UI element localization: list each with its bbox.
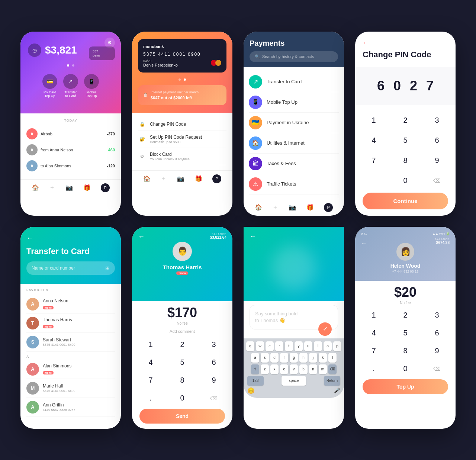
list-item[interactable]: ↗ Transfer to Card xyxy=(249,72,339,92)
key-0[interactable]: 0 xyxy=(171,391,193,406)
plus-icon[interactable]: ＋ xyxy=(272,203,278,211)
key-1[interactable]: 1 xyxy=(363,112,385,129)
key-e[interactable]: e xyxy=(266,341,274,351)
key-l[interactable]: l xyxy=(328,353,337,363)
user-icon[interactable]: P xyxy=(212,174,221,183)
key-k[interactable]: k xyxy=(319,353,327,363)
home-icon[interactable]: 🏠 xyxy=(255,204,262,211)
table-row[interactable]: A Airbnb -370 xyxy=(26,126,115,142)
list-item[interactable]: M Marie Hall 5375 4141 0001 6400 xyxy=(26,379,115,398)
key-shift[interactable]: ⇧ xyxy=(251,364,259,374)
plus-icon[interactable]: ＋ xyxy=(49,184,55,192)
list-item[interactable]: T Thomas Harris mono xyxy=(26,314,115,333)
key-9[interactable]: 9 xyxy=(426,344,448,358)
key-1[interactable]: 1 xyxy=(139,337,162,352)
key-a[interactable]: a xyxy=(251,353,259,363)
key-q[interactable]: q xyxy=(246,341,254,351)
key-3[interactable]: 3 xyxy=(426,308,448,323)
plus-icon[interactable]: ＋ xyxy=(161,175,167,183)
key-4[interactable]: 4 xyxy=(139,355,162,370)
key-delete[interactable]: ⌫ xyxy=(203,391,225,406)
key-x[interactable]: x xyxy=(270,364,279,374)
camera-icon[interactable]: 📷 xyxy=(65,184,73,191)
key-delete[interactable]: ⌫ xyxy=(426,173,448,189)
key-8[interactable]: 8 xyxy=(394,344,416,358)
key-dot[interactable]: . xyxy=(139,391,162,406)
gift-icon[interactable]: 🎁 xyxy=(83,184,91,191)
menu-item-setup-pin[interactable]: 🔐 Set Up PIN Code Request Don't ask up t… xyxy=(138,131,226,148)
key-9[interactable]: 9 xyxy=(203,373,225,388)
my-card-topup-button[interactable]: 💳 My CardTop Up xyxy=(42,74,57,99)
back-arrow-icon[interactable]: ← xyxy=(250,233,338,241)
key-2[interactable]: 2 xyxy=(171,337,193,352)
key-7[interactable]: 7 xyxy=(363,152,385,169)
key-w[interactable]: w xyxy=(256,341,264,351)
key-3[interactable]: 3 xyxy=(203,337,225,352)
user-icon[interactable]: P xyxy=(101,183,110,192)
key-b[interactable]: b xyxy=(299,364,308,374)
key-space[interactable]: space xyxy=(282,376,306,386)
key-u[interactable]: u xyxy=(304,341,312,351)
key-0[interactable]: 0 xyxy=(394,173,416,189)
key-o[interactable]: o xyxy=(324,341,332,351)
key-2[interactable]: 2 xyxy=(394,112,416,129)
key-v[interactable]: v xyxy=(290,364,298,374)
send-button[interactable]: Send xyxy=(139,409,225,424)
recipient-input[interactable]: Name or card number ⊞ xyxy=(26,261,115,275)
key-6[interactable]: 6 xyxy=(426,326,448,341)
key-g[interactable]: g xyxy=(290,353,298,363)
back-arrow-icon[interactable]: ← xyxy=(363,39,448,47)
table-row[interactable]: A from Anna Nelson 460 xyxy=(26,142,115,158)
key-m[interactable]: m xyxy=(319,364,327,374)
key-1[interactable]: 1 xyxy=(363,308,385,323)
topup-button[interactable]: Top Up xyxy=(363,379,448,394)
key-c[interactable]: c xyxy=(280,364,288,374)
key-n[interactable]: n xyxy=(309,364,317,374)
key-p[interactable]: p xyxy=(333,341,341,351)
search-bar[interactable]: 🔍 Search by history & contacts xyxy=(250,51,338,62)
list-item[interactable]: 📱 Mobile Top Up xyxy=(249,92,339,113)
home-icon[interactable]: 🏠 xyxy=(143,175,151,182)
key-d[interactable]: d xyxy=(270,353,279,363)
key-4[interactable]: 4 xyxy=(363,326,385,341)
user-icon[interactable]: P xyxy=(324,203,333,212)
list-item[interactable]: A Ann Griffin 4149 5567 3328 0287 xyxy=(26,398,115,417)
table-row[interactable]: A to Alan Simmons -120 xyxy=(26,158,115,174)
key-0[interactable]: 0 xyxy=(394,361,416,376)
gift-icon[interactable]: 🎁 xyxy=(306,204,314,211)
gift-icon[interactable]: 🎁 xyxy=(195,175,202,182)
key-5[interactable]: 5 xyxy=(394,132,416,149)
key-6[interactable]: 6 xyxy=(203,355,225,370)
key-123[interactable]: 123 xyxy=(247,376,264,386)
key-6[interactable]: 6 xyxy=(426,132,448,149)
list-item[interactable]: 🏠 Utilities & Internet xyxy=(249,133,339,154)
key-7[interactable]: 7 xyxy=(363,344,385,358)
key-t[interactable]: t xyxy=(285,341,293,351)
key-4[interactable]: 4 xyxy=(363,132,385,149)
list-item[interactable]: A Anna Nelson mono xyxy=(26,295,115,314)
key-3[interactable]: 3 xyxy=(426,112,448,129)
mic-icon[interactable]: 🎤 xyxy=(334,387,340,393)
key-i[interactable]: i xyxy=(314,341,322,351)
key-r[interactable]: r xyxy=(275,341,283,351)
key-2[interactable]: 2 xyxy=(394,308,416,323)
message-input[interactable]: Say something boldto Thomas 👋 ✓ xyxy=(250,305,338,329)
back-arrow-icon[interactable]: ← xyxy=(26,234,115,242)
back-arrow-icon[interactable]: ← xyxy=(138,233,145,241)
key-y[interactable]: y xyxy=(295,341,303,351)
key-9[interactable]: 9 xyxy=(426,152,448,169)
key-h[interactable]: h xyxy=(299,353,308,363)
continue-button[interactable]: Continue xyxy=(363,193,448,209)
camera-icon[interactable]: 📷 xyxy=(289,204,296,211)
key-backspace[interactable]: ⌫ xyxy=(328,364,337,374)
list-item[interactable]: ⚠ Traffic Tickets xyxy=(249,174,339,194)
add-comment[interactable]: Add comment xyxy=(139,329,225,334)
mobile-topup-button[interactable]: 📱 MobileTop Up xyxy=(84,74,99,99)
key-5[interactable]: 5 xyxy=(394,326,416,341)
back-arrow-icon[interactable]: ← xyxy=(361,240,367,247)
key-7[interactable]: 7 xyxy=(139,373,162,388)
key-delete[interactable]: ⌫ xyxy=(426,361,448,376)
key-8[interactable]: 8 xyxy=(171,373,193,388)
key-z[interactable]: z xyxy=(261,364,269,374)
menu-item-block-card[interactable]: ⊘ Block Card You can unblock it anytime xyxy=(138,148,226,165)
